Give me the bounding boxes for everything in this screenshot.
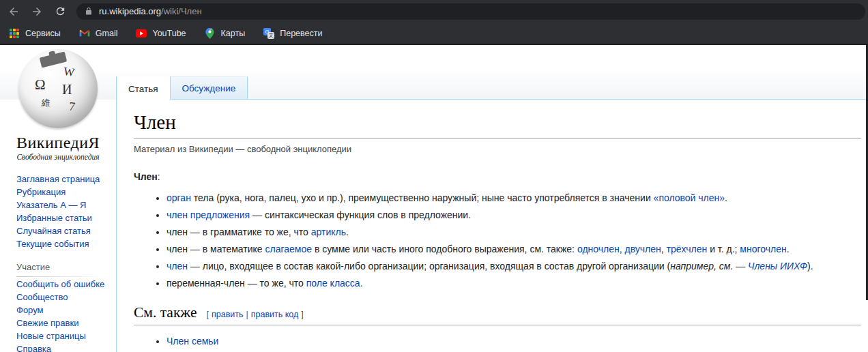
definition-item: член — в грамматике то же, что артикль. (167, 224, 861, 241)
definition-item: член — лицо, входящее в состав какой-либ… (167, 258, 861, 275)
lead-paragraph: Член: (134, 171, 861, 182)
google-translate-icon: G文 (263, 28, 274, 39)
tab-discussion[interactable]: Обсуждение (171, 76, 248, 99)
article-link[interactable]: поле класса. (306, 278, 363, 289)
article-link[interactable]: член (167, 261, 188, 272)
tab-article[interactable]: Статья (116, 76, 171, 100)
sidebar-item-random[interactable]: Случайная статья (16, 224, 100, 237)
youtube-icon (136, 28, 147, 39)
article-link[interactable]: слагаемое (265, 244, 313, 254)
see-also-list: Член семьи Член-корреспондент (167, 333, 861, 352)
edit-source-link[interactable]: править код (251, 310, 299, 319)
wikipedia-page: Ω W И 7 維 ВикипедиЯ Свободная энциклопед… (0, 45, 868, 352)
list-item: Член семьи (167, 333, 861, 350)
globe-glyph: W (63, 65, 76, 80)
text-segment: . (725, 192, 727, 203)
see-also-title: См. также (134, 304, 197, 321)
url-host: ru.wikipedia.org (99, 6, 161, 16)
text-segment: член — в грамматике то же, что (167, 226, 311, 237)
logo-tagline: Свободная энциклопедия (0, 153, 116, 161)
back-button[interactable] (4, 2, 23, 21)
article-link[interactable]: член предложения (167, 209, 250, 220)
lead-colon: : (158, 171, 160, 182)
article-tabs: Статья Обсуждение (116, 77, 868, 100)
sidebar: Ω W И 7 維 ВикипедиЯ Свободная энциклопед… (0, 45, 116, 352)
sidebar-item-community[interactable]: Сообщество (16, 291, 104, 304)
globe-glyph: 維 (42, 97, 50, 109)
bookmark-label: Карты (221, 29, 246, 38)
edit-section: [править|править код] (206, 310, 303, 319)
text-segment: — синтаксическая функция слов в предложе… (250, 209, 471, 220)
site-subtitle: Материал из Википедии — свободной энцикл… (134, 144, 861, 154)
definition-item: орган тела (рука, нога, палец, ухо и пр.… (167, 190, 861, 207)
bookmark-services[interactable]: Сервисы (9, 28, 61, 39)
wikipedia-logo[interactable]: Ω W И 7 維 ВикипедиЯ Свободная энциклопед… (0, 49, 116, 161)
see-also-link[interactable]: Член семьи (167, 336, 218, 347)
browser-toolbar: ru.wikipedia.org/wiki/Член (0, 0, 868, 23)
article-link[interactable]: артикль (311, 226, 346, 237)
bookmark-maps[interactable]: Карты (205, 28, 246, 39)
text-segment: член — в математике (167, 244, 265, 254)
article-link[interactable]: трёхчлен (667, 244, 708, 254)
globe-glyph: 7 (68, 100, 76, 115)
article-link[interactable]: одночлен (577, 244, 620, 254)
sidebar-item-featured[interactable]: Избранные статьи (16, 211, 100, 224)
bookmark-label: YouTube (152, 29, 186, 38)
reload-button[interactable] (50, 2, 70, 21)
edit-separator: | (246, 310, 248, 319)
browser-window: ru.wikipedia.org/wiki/Член Сервисы (0, 0, 868, 352)
lead-term: Член (134, 171, 158, 182)
article-link[interactable]: «половой член» (654, 192, 725, 203)
globe-glyph: Ω (35, 76, 46, 93)
bookmark-translate[interactable]: G文 Перевести (263, 28, 322, 39)
sidebar-item-help[interactable]: Справка (16, 342, 104, 352)
article-link[interactable]: двучлен (625, 244, 661, 254)
sidebar-item-rubrication[interactable]: Рубрикация (16, 186, 100, 199)
globe-glyph: И (62, 82, 72, 98)
text-segment: например, см. (670, 261, 733, 272)
bookmarks-bar: Сервисы Gmail YouTube (0, 23, 868, 45)
definition-item: переменная-член — то же, что поле класса… (167, 275, 861, 292)
forward-arrow-icon (31, 5, 43, 18)
edit-bracket: ] (301, 310, 303, 319)
sidebar-item-forum[interactable]: Форум (16, 304, 104, 317)
definition-item: член предложения — синтаксическая функци… (167, 207, 861, 224)
back-arrow-icon (8, 5, 20, 18)
sidebar-item-recent-changes[interactable]: Свежие правки (16, 317, 104, 329)
sidebar-item-main-page[interactable]: Заглавная страница (16, 173, 100, 186)
text-segment: в сумме или часть иного подобного выраже… (312, 244, 577, 254)
text-segment: ). (807, 261, 813, 272)
text-segment: , (661, 244, 667, 254)
tab-label: Статья (128, 84, 158, 94)
text-segment: . (346, 226, 349, 237)
lock-icon (85, 7, 93, 16)
forward-button[interactable] (27, 2, 46, 21)
text-segment: тела (рука, нога, палец, ухо и пр.), пре… (191, 192, 654, 203)
google-apps-grid-icon (9, 28, 20, 39)
edit-link[interactable]: править (212, 310, 244, 319)
definition-item: член — в математике слагаемое в сумме ил… (167, 241, 861, 258)
definition-list: орган тела (рука, нога, палец, ухо и пр.… (167, 190, 861, 292)
bookmark-youtube[interactable]: YouTube (136, 28, 186, 39)
sidebar-item-index-a-z[interactable]: Указатель А — Я (16, 199, 100, 211)
sidebar-item-new-pages[interactable]: Новые страницы (16, 329, 104, 342)
sidebar-item-report-error[interactable]: Сообщить об ошибке (16, 278, 104, 291)
article-link[interactable]: многочлен (740, 244, 786, 254)
browser-chrome: ru.wikipedia.org/wiki/Член Сервисы (0, 0, 868, 45)
sidebar-participation: Сообщить об ошибке Сообщество Форум Свеж… (16, 278, 104, 352)
sidebar-navigation: Заглавная страница Рубрикация Указатель … (16, 173, 100, 250)
article-link[interactable]: Члены ИИХФ (748, 261, 807, 272)
bookmark-gmail[interactable]: Gmail (79, 28, 118, 39)
sidebar-section-participation: Участие (16, 262, 106, 277)
address-bar[interactable]: ru.wikipedia.org/wiki/Член (76, 3, 865, 20)
puzzle-piece (40, 52, 68, 68)
text-segment: — (733, 261, 748, 272)
article-content: Член Материал из Википедии — свободной э… (117, 100, 868, 352)
sidebar-item-current-events[interactable]: Текущие события (16, 237, 100, 250)
bookmark-label: Gmail (96, 29, 118, 38)
article-link[interactable]: орган (167, 192, 191, 203)
tab-label: Обсуждение (182, 83, 236, 93)
google-maps-pin-icon (205, 28, 216, 39)
see-also-heading: См. также[править|править код] (134, 302, 861, 325)
wikipedia-globe-icon: Ω W И 7 維 (18, 49, 98, 128)
